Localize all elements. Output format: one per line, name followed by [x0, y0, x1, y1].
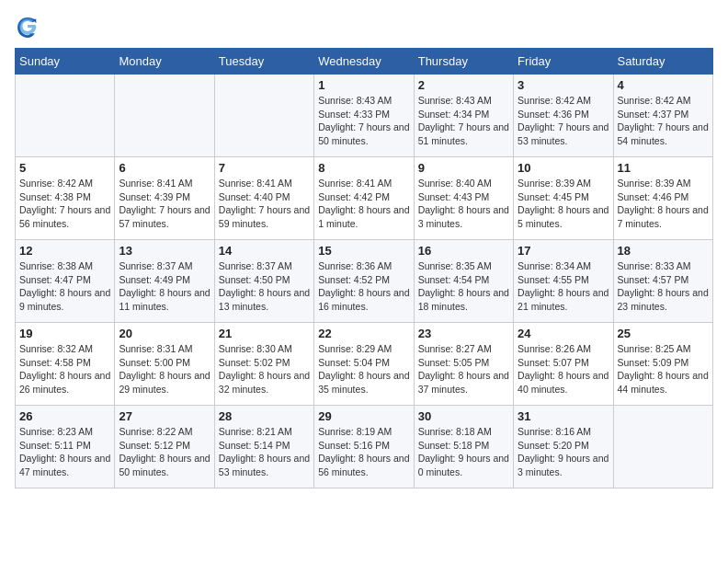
day-number: 8 — [318, 161, 409, 175]
day-number: 24 — [518, 327, 609, 340]
day-number: 15 — [318, 244, 409, 258]
calendar-cell: 19Sunrise: 8:32 AMSunset: 4:58 PMDayligh… — [16, 323, 115, 406]
day-info: Sunrise: 8:42 AMSunset: 4:38 PMDaylight:… — [19, 177, 110, 231]
weekday-header-row: SundayMondayTuesdayWednesdayThursdayFrid… — [16, 49, 713, 75]
day-info: Sunrise: 8:43 AMSunset: 4:33 PMDaylight:… — [318, 94, 409, 148]
calendar-cell: 18Sunrise: 8:33 AMSunset: 4:57 PMDayligh… — [613, 240, 712, 323]
day-info: Sunrise: 8:38 AMSunset: 4:47 PMDaylight:… — [19, 259, 110, 314]
weekday-header-monday: Monday — [115, 49, 214, 75]
day-info: Sunrise: 8:23 AMSunset: 5:11 PMDaylight:… — [19, 425, 110, 479]
calendar-cell — [214, 75, 313, 157]
day-info: Sunrise: 8:42 AMSunset: 4:36 PMDaylight:… — [518, 94, 609, 148]
day-info: Sunrise: 8:43 AMSunset: 4:34 PMDaylight:… — [418, 94, 509, 148]
calendar-cell: 24Sunrise: 8:26 AMSunset: 5:07 PMDayligh… — [514, 323, 613, 406]
calendar-cell: 10Sunrise: 8:39 AMSunset: 4:45 PMDayligh… — [514, 157, 613, 240]
day-number: 10 — [518, 161, 609, 175]
day-number: 23 — [418, 327, 509, 340]
day-info: Sunrise: 8:22 AMSunset: 5:12 PMDaylight:… — [119, 425, 210, 479]
calendar-cell: 6Sunrise: 8:41 AMSunset: 4:39 PMDaylight… — [115, 157, 214, 240]
day-number: 16 — [418, 244, 509, 258]
day-number: 26 — [19, 409, 110, 423]
calendar-cell: 13Sunrise: 8:37 AMSunset: 4:49 PMDayligh… — [115, 240, 214, 323]
calendar-cell: 8Sunrise: 8:41 AMSunset: 4:42 PMDaylight… — [314, 157, 414, 240]
day-info: Sunrise: 8:33 AMSunset: 4:57 PMDaylight:… — [618, 259, 709, 314]
weekday-header-tuesday: Tuesday — [214, 49, 313, 75]
week-row-4: 19Sunrise: 8:32 AMSunset: 4:58 PMDayligh… — [16, 323, 713, 406]
day-info: Sunrise: 8:41 AMSunset: 4:42 PMDaylight:… — [318, 177, 409, 231]
day-info: Sunrise: 8:26 AMSunset: 5:07 PMDaylight:… — [518, 342, 609, 396]
page-header — [15, 15, 713, 40]
day-number: 12 — [19, 244, 110, 258]
week-row-5: 26Sunrise: 8:23 AMSunset: 5:11 PMDayligh… — [16, 406, 713, 488]
calendar-cell: 22Sunrise: 8:29 AMSunset: 5:04 PMDayligh… — [314, 323, 414, 406]
day-info: Sunrise: 8:21 AMSunset: 5:14 PMDaylight:… — [219, 425, 310, 479]
day-number: 27 — [119, 409, 210, 423]
calendar-table: SundayMondayTuesdayWednesdayThursdayFrid… — [15, 48, 713, 488]
calendar-cell — [16, 75, 115, 157]
day-info: Sunrise: 8:32 AMSunset: 4:58 PMDaylight:… — [19, 342, 110, 396]
day-info: Sunrise: 8:34 AMSunset: 4:55 PMDaylight:… — [518, 259, 609, 314]
day-number: 1 — [318, 78, 409, 92]
day-number: 11 — [618, 161, 709, 175]
day-number: 5 — [19, 161, 110, 175]
day-info: Sunrise: 8:39 AMSunset: 4:45 PMDaylight:… — [518, 177, 609, 231]
calendar-cell: 21Sunrise: 8:30 AMSunset: 5:02 PMDayligh… — [214, 323, 313, 406]
calendar-cell: 7Sunrise: 8:41 AMSunset: 4:40 PMDaylight… — [214, 157, 313, 240]
weekday-header-friday: Friday — [514, 49, 613, 75]
day-info: Sunrise: 8:29 AMSunset: 5:04 PMDaylight:… — [318, 342, 409, 396]
calendar-cell: 25Sunrise: 8:25 AMSunset: 5:09 PMDayligh… — [613, 323, 712, 406]
calendar-cell: 11Sunrise: 8:39 AMSunset: 4:46 PMDayligh… — [613, 157, 712, 240]
weekday-header-sunday: Sunday — [16, 49, 115, 75]
weekday-header-saturday: Saturday — [613, 49, 712, 75]
day-info: Sunrise: 8:41 AMSunset: 4:40 PMDaylight:… — [219, 177, 310, 231]
day-info: Sunrise: 8:37 AMSunset: 4:49 PMDaylight:… — [119, 259, 210, 314]
calendar-cell: 17Sunrise: 8:34 AMSunset: 4:55 PMDayligh… — [514, 240, 613, 323]
day-number: 18 — [618, 244, 709, 258]
day-number: 4 — [618, 78, 709, 92]
day-info: Sunrise: 8:30 AMSunset: 5:02 PMDaylight:… — [219, 342, 310, 396]
day-number: 28 — [219, 409, 310, 423]
day-info: Sunrise: 8:37 AMSunset: 4:50 PMDaylight:… — [219, 259, 310, 314]
day-info: Sunrise: 8:39 AMSunset: 4:46 PMDaylight:… — [618, 177, 709, 231]
day-info: Sunrise: 8:40 AMSunset: 4:43 PMDaylight:… — [418, 177, 509, 231]
weekday-header-wednesday: Wednesday — [314, 49, 414, 75]
day-number: 20 — [119, 327, 210, 340]
day-info: Sunrise: 8:18 AMSunset: 5:18 PMDaylight:… — [418, 425, 509, 479]
calendar-cell: 14Sunrise: 8:37 AMSunset: 4:50 PMDayligh… — [214, 240, 313, 323]
calendar-cell — [115, 75, 214, 157]
calendar-cell — [613, 406, 712, 488]
day-info: Sunrise: 8:27 AMSunset: 5:05 PMDaylight:… — [418, 342, 509, 396]
day-number: 13 — [119, 244, 210, 258]
calendar-cell: 27Sunrise: 8:22 AMSunset: 5:12 PMDayligh… — [115, 406, 214, 488]
day-number: 25 — [618, 327, 709, 340]
calendar-cell: 20Sunrise: 8:31 AMSunset: 5:00 PMDayligh… — [115, 323, 214, 406]
day-number: 3 — [518, 78, 609, 92]
day-number: 14 — [219, 244, 310, 258]
day-number: 2 — [418, 78, 509, 92]
calendar-cell: 5Sunrise: 8:42 AMSunset: 4:38 PMDaylight… — [16, 157, 115, 240]
logo — [15, 15, 44, 40]
day-number: 29 — [318, 409, 409, 423]
calendar-cell: 16Sunrise: 8:35 AMSunset: 4:54 PMDayligh… — [414, 240, 513, 323]
day-info: Sunrise: 8:35 AMSunset: 4:54 PMDaylight:… — [418, 259, 509, 314]
calendar-cell: 4Sunrise: 8:42 AMSunset: 4:37 PMDaylight… — [613, 75, 712, 157]
day-number: 17 — [518, 244, 609, 258]
day-number: 6 — [119, 161, 210, 175]
calendar-cell: 31Sunrise: 8:16 AMSunset: 5:20 PMDayligh… — [514, 406, 613, 488]
calendar-cell: 30Sunrise: 8:18 AMSunset: 5:18 PMDayligh… — [414, 406, 513, 488]
day-info: Sunrise: 8:16 AMSunset: 5:20 PMDaylight:… — [518, 425, 609, 479]
day-number: 9 — [418, 161, 509, 175]
day-number: 31 — [518, 409, 609, 423]
calendar-cell: 23Sunrise: 8:27 AMSunset: 5:05 PMDayligh… — [414, 323, 513, 406]
day-number: 19 — [19, 327, 110, 340]
day-number: 30 — [418, 409, 509, 423]
day-info: Sunrise: 8:31 AMSunset: 5:00 PMDaylight:… — [119, 342, 210, 396]
day-info: Sunrise: 8:25 AMSunset: 5:09 PMDaylight:… — [618, 342, 709, 396]
week-row-2: 5Sunrise: 8:42 AMSunset: 4:38 PMDaylight… — [16, 157, 713, 240]
weekday-header-thursday: Thursday — [414, 49, 513, 75]
day-number: 21 — [219, 327, 310, 340]
day-number: 22 — [318, 327, 409, 340]
calendar-cell: 9Sunrise: 8:40 AMSunset: 4:43 PMDaylight… — [414, 157, 513, 240]
calendar-cell: 15Sunrise: 8:36 AMSunset: 4:52 PMDayligh… — [314, 240, 414, 323]
day-info: Sunrise: 8:19 AMSunset: 5:16 PMDaylight:… — [318, 425, 409, 479]
